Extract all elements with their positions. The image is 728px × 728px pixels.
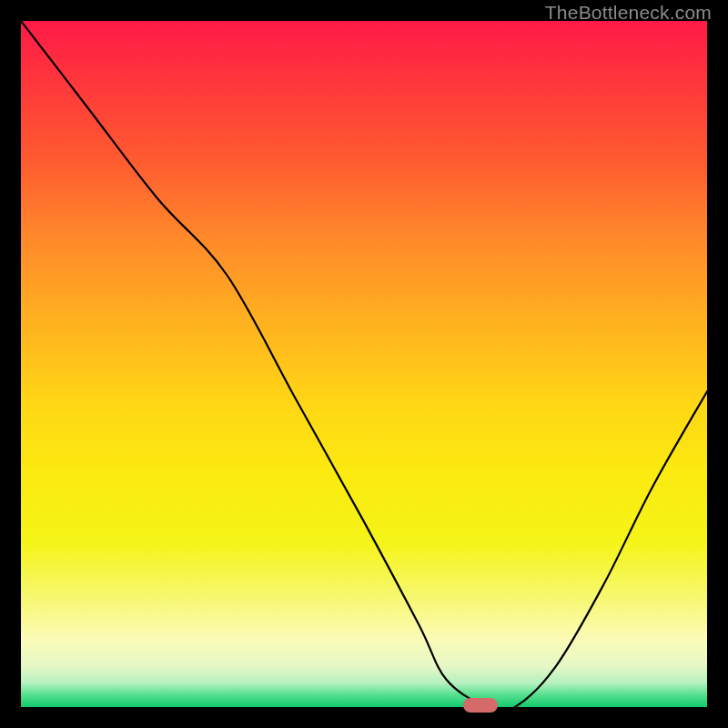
curve-svg xyxy=(21,21,707,707)
plot-area xyxy=(21,21,707,707)
optimum-marker xyxy=(463,698,498,712)
chart-container: TheBottleneck.com xyxy=(0,0,728,728)
bottleneck-curve xyxy=(21,21,707,707)
